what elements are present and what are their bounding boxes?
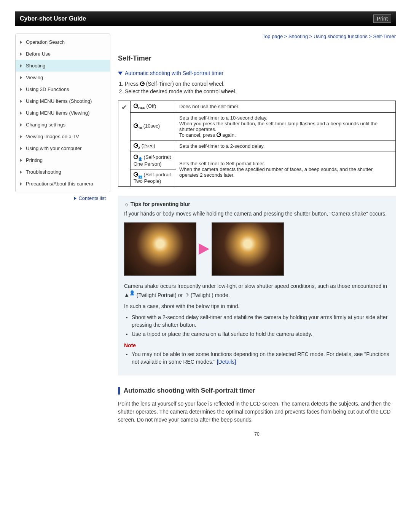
- chevron-right-icon: [20, 64, 22, 67]
- sidebar-item[interactable]: Using MENU items (Shooting): [16, 95, 110, 107]
- self-timer-icon: [134, 143, 138, 148]
- sidebar-item-label: Troubleshooting: [26, 169, 61, 175]
- chevron-right-icon: [20, 41, 22, 44]
- list-item: Shoot with a 2-second delay self-timer a…: [132, 314, 390, 329]
- sidebar-item-label: Using MENU items (Shooting): [26, 98, 92, 104]
- anchor-link-label: Automatic shooting with Self-portrait ti…: [125, 70, 223, 76]
- step-1: Press (Self-Timer) on the control wheel.: [125, 81, 396, 87]
- sidebar-item[interactable]: Before Use: [16, 48, 110, 60]
- sidebar-item-label: Viewing images on a TV: [26, 134, 79, 139]
- table-row: 👤 (Self-portrait One Person) Sets the se…: [118, 152, 396, 169]
- sample-image-blur: [124, 222, 196, 276]
- chevron-right-icon: [20, 53, 22, 56]
- chevron-right-icon: [20, 88, 22, 91]
- main-content: Top page > Shooting > Using shooting fun…: [118, 34, 396, 437]
- sidebar-item[interactable]: Shooting: [16, 60, 110, 72]
- sidebar-item-label: Shooting: [26, 63, 45, 69]
- sidebar-item[interactable]: Operation Search: [16, 36, 110, 48]
- check-icon: ✔: [121, 104, 127, 111]
- sidebar-item-label: Changing settings: [26, 122, 65, 128]
- self-timer-icon: [134, 155, 138, 159]
- sidebar-item-label: Printing: [26, 157, 43, 163]
- page-title: Self-Timer: [118, 54, 396, 62]
- tips-p3: In such a case, shoot with the below tip…: [124, 303, 390, 310]
- sidebar-item[interactable]: Changing settings: [16, 119, 110, 131]
- chevron-right-icon: [20, 147, 22, 150]
- self-timer-icon: [140, 81, 145, 86]
- tips-p2: Camera shake occurs frequently under low…: [124, 283, 390, 299]
- chevron-right-icon: [20, 171, 22, 174]
- twilight-icon: ☽: [184, 292, 189, 298]
- sidebar-item[interactable]: Precautions/About this camera: [16, 178, 110, 190]
- contents-list-label: Contents list: [78, 195, 106, 201]
- self-timer-icon: [134, 172, 138, 177]
- breadcrumb[interactable]: Top page > Shooting > Using shooting fun…: [118, 34, 396, 39]
- triangle-down-icon: [118, 72, 123, 75]
- sidebar-item-label: Using with your computer: [26, 145, 82, 151]
- section-paragraph: Point the lens at yourself so your face …: [118, 400, 396, 424]
- sidebar-item[interactable]: Using 3D Functions: [16, 83, 110, 95]
- header-bar: Cyber-shot User Guide Print: [15, 11, 396, 26]
- tips-box: Tips for preventing blur If your hands o…: [118, 196, 396, 375]
- tips-p1: If your hands or body moves while holdin…: [124, 210, 390, 218]
- chevron-right-icon: [20, 100, 22, 103]
- sidebar-item[interactable]: Troubleshooting: [16, 166, 110, 178]
- sidebar-item-label: Using 3D Functions: [26, 86, 69, 92]
- tips-bullets: Shoot with a 2-second delay self-timer a…: [132, 314, 390, 338]
- chevron-right-icon: [20, 123, 22, 126]
- sidebar-item-label: Viewing: [26, 75, 43, 80]
- modes-table: ✔ OFF (Off) Does not use the self-timer.…: [118, 101, 396, 187]
- sidebar-wrapper: Operation SearchBefore UseShootingViewin…: [15, 34, 110, 437]
- table-row: 10 (10sec) Sets the self-timer to a 10-s…: [118, 112, 396, 140]
- self-timer-icon: [134, 123, 138, 128]
- header-title: Cyber-shot User Guide: [20, 15, 86, 22]
- sidebar-item[interactable]: Viewing images on a TV: [16, 131, 110, 142]
- chevron-right-icon: [20, 135, 22, 138]
- arrow-icon: [199, 243, 209, 255]
- sidebar-item-label: Before Use: [26, 51, 51, 57]
- chevron-right-icon: [20, 159, 22, 162]
- step-2: Select the desired mode with the control…: [125, 88, 396, 94]
- sidebar-item[interactable]: Printing: [16, 154, 110, 166]
- bulb-icon: [124, 201, 131, 207]
- chevron-right-icon: [20, 182, 22, 185]
- self-timer-icon: [217, 133, 221, 137]
- sidebar-item[interactable]: Using MENU items (Viewing): [16, 107, 110, 119]
- arrow-right-icon: [74, 197, 76, 200]
- sidebar-item-label: Using MENU items (Viewing): [26, 110, 89, 116]
- details-link[interactable]: [Details]: [217, 359, 236, 365]
- print-button[interactable]: Print: [373, 14, 391, 23]
- chevron-right-icon: [20, 112, 22, 115]
- sidebar-item-label: Precautions/About this camera: [26, 181, 93, 187]
- twilight-portrait-icon: ▲👤: [124, 292, 135, 298]
- self-timer-icon: [134, 104, 138, 108]
- anchor-link[interactable]: Automatic shooting with Self-portrait ti…: [118, 70, 396, 76]
- image-compare: [124, 222, 390, 276]
- table-row: 2 (2sec) Sets the self-timer to a 2-seco…: [118, 140, 396, 152]
- sidebar-item[interactable]: Viewing: [16, 72, 110, 83]
- sidebar-item[interactable]: Using with your computer: [16, 142, 110, 154]
- chevron-right-icon: [20, 76, 22, 79]
- list-item: Use a tripod or place the camera on a fl…: [132, 331, 390, 338]
- steps-list: Press (Self-Timer) on the control wheel.…: [125, 81, 396, 94]
- note-list: You may not be able to set some function…: [132, 351, 390, 366]
- sample-image-sharp: [212, 222, 284, 276]
- page-number: 70: [118, 431, 396, 437]
- tips-heading: Tips for preventing blur: [124, 201, 390, 207]
- note-label: Note: [124, 342, 390, 348]
- sidebar-item-label: Operation Search: [26, 39, 65, 45]
- note-item: You may not be able to set some function…: [132, 351, 390, 366]
- sidebar: Operation SearchBefore UseShootingViewin…: [15, 34, 110, 192]
- section-heading: Automatic shooting with Self-portrait ti…: [118, 387, 396, 395]
- contents-list-link[interactable]: Contents list: [15, 192, 110, 204]
- table-row: ✔ OFF (Off) Does not use the self-timer.: [118, 101, 396, 113]
